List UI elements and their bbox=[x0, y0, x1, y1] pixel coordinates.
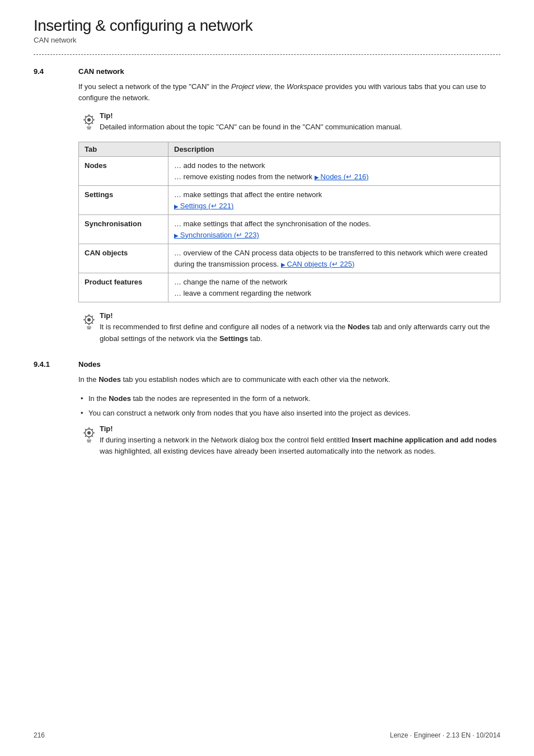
link-settings[interactable]: Settings (↵ 221) bbox=[174, 202, 233, 210]
svg-line-19 bbox=[85, 323, 86, 324]
svg-line-17 bbox=[85, 316, 86, 317]
tip-icon-3 bbox=[78, 424, 100, 446]
footer-page-number: 216 bbox=[34, 731, 45, 739]
svg-line-6 bbox=[92, 116, 93, 117]
bullet-item-1: In the Nodes tab the nodes are represent… bbox=[78, 393, 500, 404]
tip-1-label: Tip! bbox=[100, 111, 402, 120]
tab-can-objects-desc: … overview of the CAN process data objec… bbox=[168, 244, 500, 273]
tip-3-label: Tip! bbox=[100, 424, 500, 433]
page-header: Inserting & configuring a network CAN ne… bbox=[34, 17, 500, 44]
tip-box-3: Tip! If during inserting a network in th… bbox=[78, 424, 500, 457]
table-row-product-features: Product features … change the name of th… bbox=[79, 273, 500, 302]
tip-2-label: Tip! bbox=[100, 311, 500, 320]
link-synchronisation[interactable]: Synchronisation (↵ 223) bbox=[174, 231, 259, 239]
tip-1-text: Detailed information about the topic "CA… bbox=[100, 122, 402, 133]
svg-line-5 bbox=[85, 116, 86, 117]
tip-3-text: If during inserting a network in the Net… bbox=[100, 435, 500, 457]
tab-settings-name: Settings bbox=[79, 186, 168, 215]
nodes-bullet-list: In the Nodes tab the nodes are represent… bbox=[78, 393, 500, 419]
table-row-synchronisation: Synchronisation … make settings that aff… bbox=[79, 215, 500, 244]
tab-nodes-name: Nodes bbox=[79, 157, 168, 186]
page-footer: 216 Lenze · Engineer · 2.13 EN · 10/2014 bbox=[34, 731, 500, 739]
bullet-item-2: You can construct a network only from no… bbox=[78, 408, 500, 419]
svg-point-33 bbox=[87, 431, 91, 435]
svg-line-8 bbox=[92, 123, 93, 124]
col-tab-header: Tab bbox=[79, 142, 168, 157]
page-title: Inserting & configuring a network bbox=[34, 17, 500, 35]
tab-synchronisation-desc: … make settings that affect the synchron… bbox=[168, 215, 500, 244]
svg-line-20 bbox=[92, 323, 93, 324]
tip-2-text: It is recommended to first define and co… bbox=[100, 321, 500, 344]
section-9-4-1: 9.4.1 Nodes In the Nodes tab you establi… bbox=[34, 360, 500, 458]
section-9-4-title: CAN network bbox=[78, 67, 124, 76]
col-desc-header: Description bbox=[168, 142, 500, 157]
tabs-table: Tab Description Nodes … add nodes to the… bbox=[78, 142, 500, 302]
svg-line-29 bbox=[85, 429, 86, 430]
tip-3-content: Tip! If during inserting a network in th… bbox=[100, 424, 500, 457]
tip-1-content: Tip! Detailed information about the topi… bbox=[100, 111, 402, 133]
tip-2-content: Tip! It is recommended to first define a… bbox=[100, 311, 500, 344]
tip-box-2: Tip! It is recommended to first define a… bbox=[78, 311, 500, 344]
footer-product-info: Lenze · Engineer · 2.13 EN · 10/2014 bbox=[390, 731, 500, 739]
tab-product-features-name: Product features bbox=[79, 273, 168, 302]
section-9-4-body: If you select a network of the type "CAN… bbox=[78, 81, 500, 344]
table-row-settings: Settings … make settings that affect the… bbox=[79, 186, 500, 215]
section-9-4-1-intro: In the Nodes tab you establish nodes whi… bbox=[78, 374, 500, 385]
page-subtitle: CAN network bbox=[34, 36, 500, 44]
section-9-4-1-heading: 9.4.1 Nodes bbox=[34, 360, 500, 368]
section-9-4-number: 9.4 bbox=[34, 67, 78, 76]
tip-icon-2 bbox=[78, 311, 100, 333]
tab-nodes-desc: … add nodes to the network … remove exis… bbox=[168, 157, 500, 186]
tip-icon-1 bbox=[78, 111, 100, 133]
svg-point-21 bbox=[87, 318, 91, 321]
section-9-4-heading: 9.4 CAN network bbox=[34, 67, 500, 76]
svg-line-30 bbox=[92, 429, 93, 430]
section-divider bbox=[34, 54, 500, 55]
svg-line-7 bbox=[85, 123, 86, 124]
svg-line-32 bbox=[92, 436, 93, 437]
section-9-4-1-body: In the Nodes tab you establish nodes whi… bbox=[78, 374, 500, 458]
svg-line-18 bbox=[92, 316, 93, 317]
tab-product-features-desc: … change the name of the network … leave… bbox=[168, 273, 500, 302]
section-9-4-1-number: 9.4.1 bbox=[34, 360, 78, 368]
svg-line-31 bbox=[85, 436, 86, 437]
svg-point-9 bbox=[87, 118, 91, 122]
tab-settings-desc: … make settings that affect the entire n… bbox=[168, 186, 500, 215]
tab-can-objects-name: CAN objects bbox=[79, 244, 168, 273]
tip-box-1: Tip! Detailed information about the topi… bbox=[78, 111, 500, 133]
link-can-objects[interactable]: CAN objects (↵ 225) bbox=[281, 260, 355, 268]
table-row-nodes: Nodes … add nodes to the network … remov… bbox=[79, 157, 500, 186]
tab-synchronisation-name: Synchronisation bbox=[79, 215, 168, 244]
section-9-4-intro: If you select a network of the type "CAN… bbox=[78, 81, 500, 104]
table-row-can-objects: CAN objects … overview of the CAN proces… bbox=[79, 244, 500, 273]
section-9-4-1-title: Nodes bbox=[78, 360, 101, 368]
link-nodes[interactable]: Nodes (↵ 216) bbox=[315, 172, 369, 181]
